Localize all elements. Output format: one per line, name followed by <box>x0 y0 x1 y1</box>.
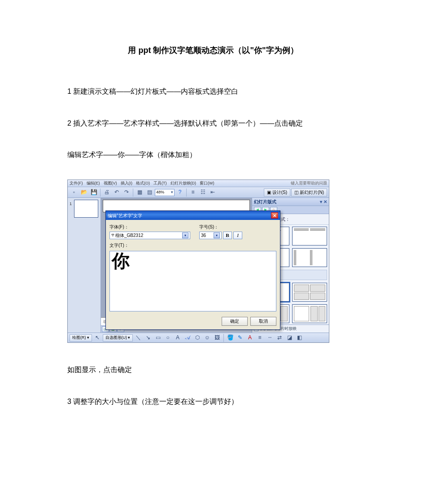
line-style-icon[interactable]: ≡ <box>255 334 264 342</box>
arrow-style-icon[interactable]: ⇄ <box>275 334 284 342</box>
menu-file[interactable]: 文件(F) <box>70 180 83 187</box>
bold-button[interactable]: B <box>223 232 232 239</box>
zoom-combo[interactable]: 48% ▾ <box>155 189 175 196</box>
layout-vertical-two-col[interactable] <box>292 248 328 267</box>
slide-thumbnails-pane[interactable]: 1 <box>68 198 101 333</box>
menu-window[interactable]: 窗口(W) <box>200 180 214 187</box>
rectangle-icon[interactable]: ▭ <box>153 334 162 342</box>
open-icon[interactable]: 📂 <box>79 188 88 197</box>
menu-view[interactable]: 视图(V) <box>104 180 117 187</box>
new-icon[interactable]: ▫ <box>70 188 79 197</box>
chevron-down-icon[interactable]: ▾ <box>214 232 220 238</box>
menu-help-hint[interactable]: 键入需要帮助的问题 <box>291 180 327 187</box>
three-d-icon[interactable]: ◧ <box>295 334 304 342</box>
font-combo[interactable]: Ͳ 楷体_GB2312 ▾ <box>109 232 190 239</box>
ok-button[interactable]: 确定 <box>222 317 248 326</box>
cancel-button[interactable]: 取消 <box>250 317 276 326</box>
task-pane-header[interactable]: 幻灯片版式 ▾ ✕ <box>252 198 329 206</box>
numbering-icon[interactable]: ☷ <box>198 188 207 197</box>
bullets-icon[interactable]: ≡ <box>188 188 197 197</box>
autoshapes-menu[interactable]: 自选图形(U) ▾ <box>103 334 133 342</box>
shadow-icon[interactable]: ◪ <box>285 334 294 342</box>
chevron-down-icon: ▾ <box>128 334 130 342</box>
diagram-icon[interactable]: ⬡ <box>193 334 202 342</box>
print-icon[interactable]: 🖨 <box>102 188 111 197</box>
wordart-text-input[interactable]: 你 <box>109 251 276 311</box>
design-label: 设计(S) <box>272 188 287 197</box>
chevron-down-icon[interactable]: ▾ <box>182 232 188 238</box>
text-label: 文字(T)： <box>109 241 276 250</box>
menu-format[interactable]: 格式(O) <box>136 180 150 187</box>
table-icon[interactable]: ▦ <box>135 188 144 197</box>
oval-icon[interactable]: ○ <box>163 334 172 342</box>
layout-comparison[interactable] <box>292 304 328 323</box>
font-label: 字体(F)： <box>109 223 190 231</box>
slide-number: 1 <box>70 200 72 208</box>
redo-icon[interactable]: ↷ <box>122 188 131 197</box>
outdent-icon[interactable]: ⇤ <box>208 188 217 197</box>
autoshapes-label: 自选图形(U) <box>105 334 127 342</box>
menu-edit[interactable]: 编辑(E) <box>87 180 100 187</box>
dialog-titlebar[interactable]: 编辑"艺术字"文字 ✕ <box>106 211 280 220</box>
step-2c: 如图显示，点击确定 <box>67 363 359 377</box>
chevron-down-icon: ▾ <box>87 334 89 342</box>
clipart-icon[interactable]: ☺ <box>203 334 212 342</box>
layout-content[interactable] <box>292 283 328 302</box>
chart-icon[interactable]: ▤ <box>145 188 154 197</box>
drawing-toolbar: 绘图(R) ▾ ↖ 自选图形(U) ▾ ＼ ↘ ▭ ○ A 𝒜 ⬡ ☺ 🖼 🪣 … <box>68 333 329 342</box>
toolbar-separator <box>186 188 187 197</box>
new-slide-icon: ◫ <box>294 188 298 197</box>
italic-button[interactable]: I <box>233 232 242 239</box>
dialog-body: 字体(F)： Ͳ 楷体_GB2312 ▾ 字号(S)： <box>106 220 280 315</box>
chevron-down-icon: ▾ <box>171 188 173 196</box>
menu-insert[interactable]: 插入(I) <box>121 180 133 187</box>
help-icon[interactable]: ? <box>175 188 184 197</box>
new-slide-button[interactable]: ◫ 新幻灯片(N) <box>291 188 327 197</box>
dash-style-icon[interactable]: ┄ <box>265 334 274 342</box>
document-page: 用 ppt 制作汉字笔顺动态演示（以"你"字为例） 1 新建演示文稿——幻灯片板… <box>0 0 424 453</box>
menu-slideshow[interactable]: 幻灯片放映(D) <box>170 180 197 187</box>
layout-two-column[interactable] <box>292 227 328 245</box>
ppt-screenshot: 文件(F) 编辑(E) 视图(V) 插入(I) 格式(O) 工具(T) 幻灯片放… <box>67 180 329 343</box>
wordart-icon[interactable]: 𝒜 <box>183 334 192 342</box>
ppt-menubar: 文件(F) 编辑(E) 视图(V) 插入(I) 格式(O) 工具(T) 幻灯片放… <box>68 180 329 187</box>
line-icon[interactable]: ＼ <box>134 334 143 342</box>
draw-label: 绘图(R) <box>72 334 86 342</box>
ppt-standard-toolbar: ▫ 📂 💾 🖨 ↶ ↷ ▦ ▤ 48% ▾ ? ≡ ☷ ⇤ ▣ 设计(S) <box>68 187 329 198</box>
font-color-icon[interactable]: A <box>245 334 254 342</box>
zoom-value: 48% <box>156 188 164 196</box>
close-icon[interactable]: ✕ <box>271 212 278 219</box>
chevron-down-icon[interactable]: ▾ ✕ <box>320 197 327 206</box>
slide-thumbnail-1[interactable]: 1 <box>74 200 98 218</box>
select-icon[interactable]: ↖ <box>93 334 102 342</box>
arrow-icon[interactable]: ↘ <box>144 334 153 342</box>
toolbar-separator <box>223 334 224 342</box>
line-color-icon[interactable]: ✎ <box>236 334 245 342</box>
size-label: 字号(S)： <box>199 223 242 231</box>
step-2: 2 插入艺术字——艺术字样式——选择默认样式（即第一个）——点击确定 <box>67 117 359 130</box>
fill-color-icon[interactable]: 🪣 <box>226 334 235 342</box>
ppt-canvas-area: 编辑"艺术字"文字 ✕ 字体(F)： Ͳ 楷体_GB2312 ▾ <box>101 198 252 333</box>
font-value: 楷体_GB2312 <box>115 231 143 240</box>
step-1: 1 新建演示文稿——幻灯片板式——内容板式选择空白 <box>67 85 359 98</box>
toolbar-separator <box>100 188 101 197</box>
step-2b: 编辑艺术字——你——字体（楷体加粗） <box>67 148 359 162</box>
dialog-buttons: 确定 取消 <box>106 315 280 329</box>
ppt-body: 1 编辑"艺术字"文字 ✕ 字体(F)： <box>68 198 329 333</box>
draw-menu[interactable]: 绘图(R) ▾ <box>70 334 92 342</box>
step-3: 3 调整字的大小与位置（注意一定要在这一步调节好） <box>67 395 359 408</box>
save-icon[interactable]: 💾 <box>89 188 98 197</box>
truetype-icon: Ͳ <box>111 232 114 239</box>
font-size-combo[interactable]: 36 ▾ <box>199 232 222 239</box>
undo-icon[interactable]: ↶ <box>112 188 121 197</box>
design-button[interactable]: ▣ 设计(S) <box>264 188 290 197</box>
picture-icon[interactable]: 🖼 <box>213 334 222 342</box>
toolbar-separator <box>133 188 133 197</box>
task-pane-title: 幻灯片版式 <box>254 197 276 206</box>
page-title: 用 ppt 制作汉字笔顺动态演示（以"你"字为例） <box>67 43 359 58</box>
dialog-title: 编辑"艺术字"文字 <box>108 211 142 220</box>
new-slide-label: 新幻灯片(N) <box>300 188 324 197</box>
textbox-icon[interactable]: A <box>173 334 182 342</box>
edit-wordart-dialog: 编辑"艺术字"文字 ✕ 字体(F)： Ͳ 楷体_GB2312 ▾ <box>105 210 280 330</box>
menu-tools[interactable]: 工具(T) <box>153 180 167 187</box>
